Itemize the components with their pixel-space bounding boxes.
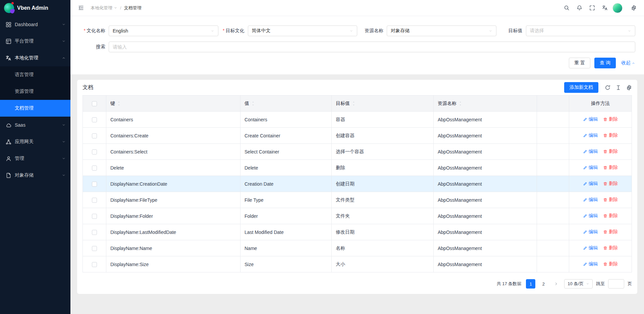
edit-button[interactable]: 编辑: [583, 197, 598, 203]
column-key[interactable]: 键: [106, 96, 240, 112]
settings-gear-icon[interactable]: [629, 3, 639, 13]
sort-icons[interactable]: [352, 101, 355, 106]
search-input[interactable]: [109, 42, 635, 52]
delete-button[interactable]: 删除: [603, 148, 618, 154]
table-row[interactable]: DisplayName:LastModifiedDate Last Modifi…: [83, 224, 632, 240]
row-checkbox[interactable]: [92, 117, 97, 122]
sidebar-item-localization[interactable]: 本地化管理: [0, 50, 70, 66]
culture-select[interactable]: English: [109, 25, 218, 36]
row-checkbox[interactable]: [92, 214, 97, 219]
delete-button[interactable]: 删除: [603, 165, 618, 171]
edit-button[interactable]: 编辑: [583, 245, 598, 251]
table-row[interactable]: Containers Containers 容器 AbpOssManagemen…: [83, 112, 632, 128]
search-icon[interactable]: [561, 3, 572, 13]
row-checkbox[interactable]: [92, 149, 97, 154]
cell-actions: 编辑 删除: [569, 224, 632, 240]
sidebar-item-language-management[interactable]: 语言管理: [0, 66, 70, 83]
trash-icon: [603, 149, 607, 154]
sidebar-item-dashboard[interactable]: Dashboard: [0, 16, 70, 33]
delete-button[interactable]: 删除: [603, 181, 618, 187]
sidebar-item-saas[interactable]: Saas: [0, 117, 70, 133]
table-body: Containers Containers 容器 AbpOssManagemen…: [83, 112, 632, 272]
target-culture-select[interactable]: 简体中文: [248, 25, 358, 36]
table-row[interactable]: DisplayName:Name Name 名称 AbpOssManagemen…: [83, 240, 632, 256]
resource-select[interactable]: 对象存储: [387, 25, 496, 36]
query-button[interactable]: 查 询: [594, 58, 616, 68]
jump-page-input[interactable]: [608, 279, 624, 289]
column-settings-icon[interactable]: [626, 85, 632, 90]
row-height-icon[interactable]: [615, 85, 621, 90]
row-checkbox[interactable]: [92, 230, 97, 235]
edit-button[interactable]: 编辑: [583, 165, 598, 171]
table-row[interactable]: DisplayName:CreationDate Creation Date 创…: [83, 176, 632, 192]
edit-button[interactable]: 编辑: [583, 116, 598, 122]
delete-button[interactable]: 删除: [603, 197, 618, 203]
add-document-button[interactable]: 添加新文档: [564, 82, 598, 93]
required-mark: *: [84, 28, 86, 33]
table-row[interactable]: DisplayName:FileType File Type 文件类型 AbpO…: [83, 192, 632, 208]
fullscreen-icon[interactable]: [587, 3, 597, 13]
cell-target: 修改日期: [332, 224, 434, 240]
bell-icon[interactable]: [574, 3, 584, 13]
row-checkbox[interactable]: [92, 166, 97, 171]
refresh-icon[interactable]: [605, 85, 610, 90]
topbar: 本地化管理 / 文档管理: [70, 0, 644, 16]
sidebar-item-management[interactable]: 管理: [0, 150, 70, 167]
column-value[interactable]: 值: [240, 96, 332, 112]
page-size-select[interactable]: 10 条/页: [564, 279, 593, 289]
sort-icons[interactable]: [252, 101, 255, 106]
cell-resource: AbpOssManagement: [434, 144, 537, 160]
cell-actions: 编辑 删除: [569, 144, 632, 160]
column-target[interactable]: 目标值: [332, 96, 434, 112]
next-page-button[interactable]: [551, 279, 561, 289]
delete-button[interactable]: 删除: [603, 132, 618, 138]
row-checkbox[interactable]: [92, 246, 97, 251]
reset-button[interactable]: 重 置: [569, 58, 590, 68]
select-all-checkbox[interactable]: [92, 101, 97, 106]
page-button-1[interactable]: 1: [526, 279, 535, 289]
breadcrumb-separator: /: [120, 5, 121, 10]
edit-button[interactable]: 编辑: [583, 132, 598, 138]
table-row[interactable]: Containers:Create Create Container 创建容器 …: [83, 128, 632, 144]
delete-button[interactable]: 删除: [603, 213, 618, 219]
row-checkbox[interactable]: [92, 182, 97, 187]
delete-button[interactable]: 删除: [603, 116, 618, 122]
sidebar-item-resource-management[interactable]: 资源管理: [0, 83, 70, 100]
page-button-2[interactable]: 2: [539, 279, 548, 289]
sort-icons[interactable]: [459, 101, 462, 106]
sidebar-item-platform[interactable]: 平台管理: [0, 33, 70, 50]
translate-icon[interactable]: [600, 3, 610, 13]
sidebar: Vben Admin Dashboard 平台管理 本地化管理 语言管理: [0, 0, 70, 314]
edit-button[interactable]: 编辑: [583, 148, 598, 154]
table-row[interactable]: DisplayName:Folder Folder 文件夹 AbpOssMana…: [83, 208, 632, 224]
pagination: 共 17 条数据 1 2 10 条/页 跳至 页: [77, 272, 637, 294]
edit-button[interactable]: 编辑: [583, 229, 598, 235]
column-resource[interactable]: 资源名称: [434, 96, 537, 112]
sidebar-item-document-management[interactable]: 文档管理: [0, 100, 70, 117]
edit-button[interactable]: 编辑: [583, 181, 598, 187]
cell-target: 容器: [332, 112, 434, 128]
table-row[interactable]: Delete Delete 删除 AbpOssManagement 编辑 删除: [83, 160, 632, 176]
edit-button[interactable]: 编辑: [583, 213, 598, 219]
row-checkbox[interactable]: [92, 262, 97, 267]
app-logo[interactable]: Vben Admin: [0, 0, 70, 16]
row-checkbox[interactable]: [92, 133, 97, 138]
sidebar-menu: Dashboard 平台管理 本地化管理 语言管理 资源管理: [0, 16, 70, 314]
collapse-button[interactable]: 收起: [621, 60, 635, 66]
delete-button[interactable]: 删除: [603, 229, 618, 235]
user-avatar[interactable]: [612, 3, 623, 13]
table-row[interactable]: DisplayName:Size Size 大小 AbpOssManagemen…: [83, 256, 632, 272]
edit-button[interactable]: 编辑: [583, 261, 598, 267]
management-icon: [5, 155, 11, 162]
sidebar-item-gateway[interactable]: 应用网关: [0, 133, 70, 150]
sidebar-item-object-storage[interactable]: 对象存储: [0, 167, 70, 184]
row-checkbox[interactable]: [92, 198, 97, 203]
target-value-select[interactable]: 请选择: [526, 25, 636, 36]
cell-actions: 编辑 删除: [569, 112, 632, 128]
delete-button[interactable]: 删除: [603, 245, 618, 251]
breadcrumb-parent[interactable]: 本地化管理: [91, 5, 117, 11]
menu-fold-icon[interactable]: [76, 3, 86, 13]
sort-icons[interactable]: [117, 101, 120, 106]
table-row[interactable]: Containers:Select Select Container 选择一个容…: [83, 144, 632, 160]
delete-button[interactable]: 删除: [603, 261, 618, 267]
